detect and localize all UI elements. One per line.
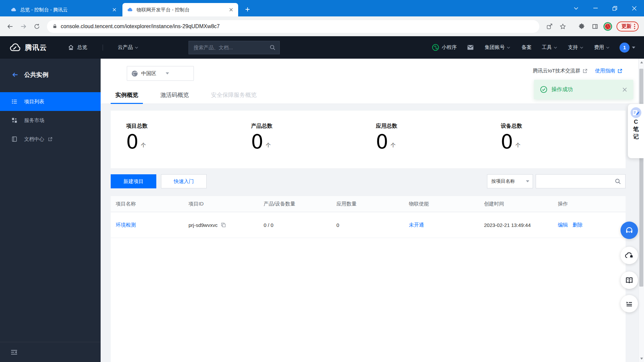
project-search-input[interactable] — [536, 175, 625, 188]
toast-close-icon[interactable] — [622, 87, 627, 92]
restore-button[interactable] — [605, 0, 625, 16]
tencent-cloud-favicon — [11, 7, 17, 13]
scrollbar-up-icon[interactable] — [639, 59, 644, 65]
delete-link[interactable]: 删除 — [573, 222, 583, 228]
window-controls — [566, 0, 644, 16]
sidebar-item-service-market[interactable]: 服务市场 — [0, 111, 101, 130]
billing-label: 费用 — [594, 44, 604, 51]
copy-icon[interactable] — [221, 222, 226, 228]
scrollbar-thumb[interactable] — [639, 69, 643, 287]
nav-icp[interactable]: 备案 — [522, 44, 532, 51]
menu-list-fab[interactable] — [621, 295, 638, 312]
nav-support[interactable]: 支持 — [568, 44, 583, 51]
col-project-id: 项目ID — [189, 201, 264, 207]
address-bar[interactable]: console.cloud.tencent.com/iotexplorer/in… — [47, 20, 539, 33]
open-book-icon — [625, 276, 634, 285]
scrollbar-down-icon[interactable] — [639, 356, 644, 361]
close-window-button[interactable] — [625, 0, 644, 16]
nav-overview[interactable]: 总览 — [68, 44, 87, 51]
region-selector[interactable]: 中国区 — [127, 66, 194, 81]
mini-program-label: 小程序 — [442, 44, 457, 51]
user-guide-link[interactable]: 使用指南 — [595, 68, 623, 74]
sidebar-item-project-list[interactable]: 项目列表 — [0, 92, 101, 111]
filter-dropdown[interactable]: 按项目名称 — [487, 174, 533, 188]
note-widget[interactable]: C 笔 记 — [628, 104, 644, 158]
forward-icon[interactable] — [17, 20, 30, 33]
stat-value: 0 — [501, 132, 513, 152]
edit-link[interactable]: 编辑 — [558, 222, 568, 228]
quick-start-button[interactable]: 快速入门 — [161, 174, 207, 188]
note-widget-label: C — [634, 118, 638, 126]
arrow-left-icon — [11, 71, 19, 78]
browser-profile-avatar[interactable] — [603, 22, 612, 31]
nav-messages[interactable] — [467, 44, 474, 51]
stat-unit: 个 — [390, 142, 395, 148]
url-text[interactable]: console.cloud.tencent.com/iotexplorer/in… — [61, 23, 220, 29]
stat-device-total: 设备总数 0个 — [501, 123, 626, 168]
new-project-button[interactable]: 新建项目 — [111, 174, 156, 188]
group-account-label: 集团账号 — [485, 44, 505, 51]
external-link-icon — [617, 68, 623, 74]
tab-close-icon[interactable] — [228, 7, 234, 13]
iot-community-link[interactable]: 腾讯云IoT技术交流群 — [533, 68, 588, 74]
nav-group-account[interactable]: 集团账号 — [485, 44, 510, 51]
chevron-down-icon — [135, 47, 138, 49]
extensions-puzzle-icon[interactable] — [575, 20, 588, 33]
iot-enable-link[interactable]: 未开通 — [409, 222, 424, 228]
new-tab-button[interactable] — [243, 5, 252, 14]
project-table: 项目名称 项目ID 产品/设备数量 应用数量 物联使能 创建时间 操作 环境检测… — [111, 196, 626, 362]
search-icon[interactable] — [269, 44, 276, 51]
col-actions: 操作 — [558, 201, 626, 207]
sidebar-back-public-instance[interactable]: 公共实例 — [0, 68, 101, 81]
share-icon[interactable] — [543, 20, 556, 33]
stat-unit: 个 — [516, 142, 521, 148]
stat-value: 0 — [251, 132, 263, 152]
tab-close-icon[interactable] — [111, 7, 117, 13]
search-icon[interactable] — [614, 178, 621, 185]
user-avatar[interactable]: 1 — [620, 43, 630, 53]
sidebar-items: 项目列表 服务市场 文档中心 — [0, 92, 101, 148]
chrome-update-button[interactable]: 更新 — [616, 21, 639, 32]
minimize-button[interactable] — [586, 0, 605, 16]
sidebar-item-label: 服务市场 — [24, 117, 44, 124]
customer-service-fab[interactable] — [621, 222, 638, 239]
browser-tab-iot[interactable]: 物联网开发平台 - 控制台 — [122, 3, 238, 16]
tab-search-icon[interactable] — [566, 0, 586, 16]
refresh-icon[interactable] — [30, 20, 44, 33]
created-time: 2023-02-21 13:49:44 — [484, 222, 558, 228]
tab-activation-code-overview[interactable]: 激活码概览 — [156, 87, 194, 104]
mini-program-icon — [432, 44, 439, 51]
guide-link-label: 使用指南 — [595, 68, 615, 74]
project-name-link[interactable]: 环境检测 — [116, 222, 136, 228]
collapse-sidebar-icon[interactable] — [10, 348, 18, 356]
nav-divider — [103, 45, 103, 51]
nav-right-group: 小程序 集团账号 备案 工具 支持 费用 1 — [432, 43, 635, 53]
header-tabs: 实例概览 激活码概览 安全保障服务概览 — [111, 87, 274, 104]
nav-tools[interactable]: 工具 — [542, 44, 557, 51]
home-icon — [68, 44, 74, 51]
chevron-down-icon — [606, 47, 609, 49]
docs-fab[interactable] — [621, 272, 638, 289]
browser-tab-overview[interactable]: 总览 - 控制台 - 腾讯云 — [6, 3, 121, 16]
browser-titlebar: 总览 - 控制台 - 腾讯云 物联网开发平台 - 控制台 — [0, 0, 644, 16]
nav-mini-program[interactable]: 小程序 — [432, 44, 457, 51]
browser-menu-icon[interactable] — [634, 24, 635, 29]
sidebar-item-doc-center[interactable]: 文档中心 — [0, 130, 101, 148]
back-icon[interactable] — [3, 20, 17, 33]
product-device-count: 0 / 0 — [264, 222, 336, 228]
tencent-cloud-logo[interactable]: 腾讯云 — [9, 42, 47, 54]
col-project-name: 项目名称 — [116, 201, 189, 207]
icp-label: 备案 — [522, 44, 532, 51]
nav-search-input[interactable] — [189, 41, 280, 54]
stat-project-total: 项目总数 0个 — [126, 123, 251, 168]
nav-cloud-products[interactable]: 云产品 — [118, 44, 138, 51]
header-links: 腾讯云IoT技术交流群 使用指南 — [533, 68, 623, 74]
avatar-dropdown-icon[interactable] — [632, 47, 635, 49]
sidebar-back-label: 公共实例 — [24, 71, 48, 79]
nav-billing[interactable]: 费用 — [594, 44, 609, 51]
cloud-notify-fab[interactable] — [621, 247, 638, 264]
bookmark-star-icon[interactable] — [556, 20, 570, 33]
tab-instance-overview[interactable]: 实例概览 — [111, 87, 143, 104]
side-panel-icon[interactable] — [588, 20, 602, 33]
sidebar-footer — [0, 342, 101, 362]
